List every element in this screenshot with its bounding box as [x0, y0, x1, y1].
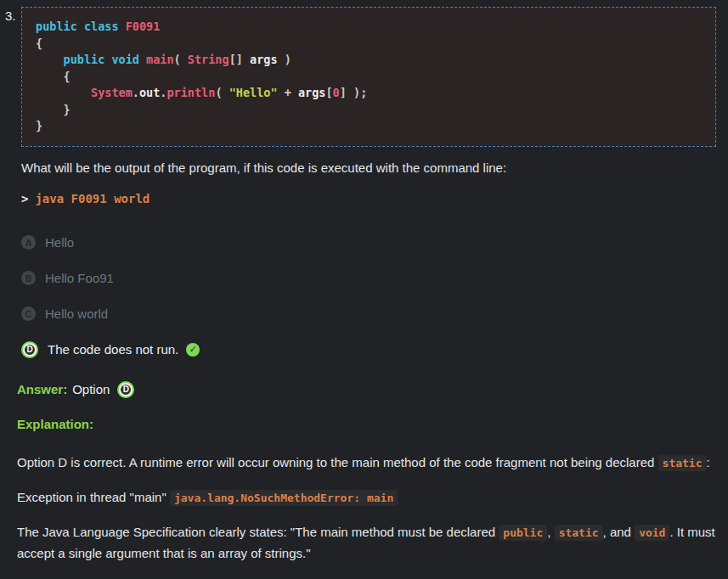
option-text: The code does not run. [48, 342, 178, 357]
option-text: Hello [45, 235, 74, 250]
code-token: println [166, 86, 215, 99]
code-token: + [278, 86, 298, 99]
command-text: java F0091 world [35, 192, 150, 205]
option-letter-badge: A [21, 235, 36, 250]
inline-code: static [555, 525, 603, 541]
code-token: ] ); [340, 86, 368, 99]
code-token: { [36, 37, 42, 50]
explanation-text: Exception in thread "main" [17, 490, 170, 504]
inline-code: void [635, 525, 669, 541]
code-token: . [133, 86, 139, 99]
code-token: ( [174, 53, 188, 66]
code-token: "Hello" [229, 86, 278, 99]
explanation-paragraph: Option D is correct. A runtime error wil… [17, 453, 716, 474]
explanation-text: Option D is correct. A runtime error wil… [17, 455, 658, 469]
code-token: public void [64, 53, 147, 66]
question-body: What will be the output of the program, … [21, 159, 716, 359]
explanation-paragraph: Exception in thread "main" java.lang.NoS… [17, 487, 716, 509]
question-code-row: 3. public class F0091 { public void main… [5, 7, 716, 147]
code-token [36, 53, 64, 66]
explanation-text: The Java Language Specification clearly … [17, 525, 499, 539]
options-list: AHelloBHello Foo91CHello worldDThe code … [21, 233, 716, 359]
code-token: args [250, 53, 278, 66]
code-token: ( [215, 86, 229, 99]
explanation-heading: Explanation: [17, 417, 716, 431]
option-a[interactable]: AHello [21, 233, 716, 252]
explanation-text: : [707, 455, 710, 469]
code-token: String [188, 53, 229, 66]
option-text: Hello Foo91 [45, 271, 114, 285]
code-token: out [139, 86, 160, 99]
option-letter-badge: D [23, 343, 37, 357]
answer-label: Answer: [17, 382, 67, 396]
option-b[interactable]: BHello Foo91 [21, 269, 716, 288]
option-d[interactable]: DThe code does not run.✓ [21, 340, 716, 359]
code-token: System [91, 86, 133, 99]
code-token: ) [278, 53, 291, 66]
explanation-paragraph: The Java Language Specification clearly … [17, 522, 716, 564]
option-c[interactable]: CHello world [21, 305, 716, 323]
option-letter-badge: B [21, 271, 36, 285]
command-prompt: > [21, 192, 28, 205]
code-token: args [298, 86, 326, 99]
command-line: >java F0091 world [21, 191, 716, 207]
inline-code: java.lang.NoSuchMethodError: main [170, 490, 398, 506]
question-page: 3. public class F0091 { public void main… [5, 7, 716, 564]
option-letter-badge: C [21, 306, 36, 321]
explanation-text: , and [603, 525, 635, 539]
code-token: [] [229, 53, 250, 66]
code-token: } [36, 119, 42, 132]
code-token: public class [36, 20, 126, 33]
check-icon: ✓ [186, 343, 200, 357]
code-block: public class F0091 { public void main( S… [21, 7, 716, 147]
inline-code: public [499, 525, 547, 541]
option-text: Hello world [45, 306, 108, 321]
code-content: public class F0091 { public void main( S… [36, 19, 702, 135]
code-token: 0 [333, 86, 340, 99]
code-token: main [146, 53, 174, 66]
answer-row: Answer: Option D [17, 381, 716, 398]
inline-code: static [658, 455, 707, 471]
question-text: What will be the output of the program, … [21, 159, 716, 177]
question-number: 3. [5, 7, 21, 23]
code-token [36, 86, 91, 99]
code-token: { [36, 70, 71, 83]
code-token: [ [325, 86, 332, 99]
explanation-text: , [547, 525, 554, 539]
code-token: } [36, 103, 71, 116]
answer-text: Option [72, 382, 110, 396]
explanation-body: Option D is correct. A runtime error wil… [17, 453, 716, 564]
code-token: F0091 [126, 20, 161, 33]
answer-option-badge: D [119, 383, 133, 396]
